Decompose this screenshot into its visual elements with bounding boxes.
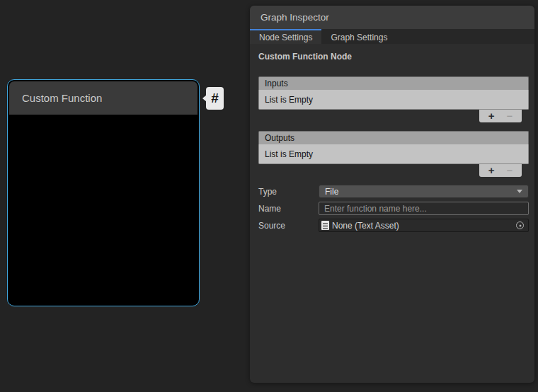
- inputs-add-button[interactable]: +: [486, 111, 498, 121]
- outputs-list: Outputs List is Empty + −: [258, 131, 529, 177]
- type-label: Type: [258, 187, 319, 197]
- object-picker-icon[interactable]: [516, 221, 524, 229]
- hash-icon: #: [211, 91, 219, 106]
- graph-inspector-panel: Graph Inspector Node Settings Graph Sett…: [250, 6, 534, 383]
- graph-canvas[interactable]: Custom Function # Graph Inspector Node S…: [0, 0, 538, 392]
- node-title-bar[interactable]: Custom Function: [9, 81, 198, 115]
- type-dropdown-value: File: [325, 187, 338, 197]
- section-title: Custom Function Node: [258, 52, 526, 62]
- inputs-list: Inputs List is Empty + −: [258, 76, 529, 122]
- source-label: Source: [258, 221, 319, 231]
- custom-function-node[interactable]: Custom Function: [7, 79, 200, 306]
- outputs-add-button[interactable]: +: [486, 166, 498, 175]
- function-name-input[interactable]: [319, 202, 529, 215]
- name-row: Name: [258, 202, 529, 215]
- node-title: Custom Function: [22, 92, 102, 104]
- type-row: Type File: [258, 185, 529, 198]
- outputs-list-footer: + −: [479, 164, 522, 177]
- source-object-field[interactable]: None (Text Asset): [319, 219, 529, 232]
- outputs-list-empty-row: List is Empty: [258, 144, 529, 164]
- outputs-remove-button[interactable]: −: [503, 166, 515, 175]
- inspector-tab-bar: Node Settings Graph Settings: [250, 29, 534, 44]
- source-row: Source None (Text Asset): [258, 219, 529, 232]
- inputs-list-empty-row: List is Empty: [258, 90, 529, 110]
- inputs-list-footer: + −: [479, 110, 522, 122]
- name-label: Name: [258, 204, 319, 214]
- chevron-down-icon: [517, 190, 522, 193]
- inputs-list-header: Inputs: [258, 76, 529, 90]
- inspector-title: Graph Inspector: [261, 12, 329, 23]
- outputs-list-header: Outputs: [258, 131, 529, 144]
- node-hash-badge[interactable]: #: [206, 87, 224, 110]
- tab-node-settings[interactable]: Node Settings: [250, 29, 321, 44]
- inputs-remove-button[interactable]: −: [503, 111, 515, 121]
- source-object-value: None (Text Asset): [332, 221, 399, 231]
- tab-graph-settings[interactable]: Graph Settings: [321, 29, 396, 44]
- inspector-title-bar[interactable]: Graph Inspector: [250, 6, 534, 29]
- type-dropdown[interactable]: File: [319, 185, 529, 198]
- text-asset-icon: [321, 221, 329, 230]
- node-settings-form: Type File Name Source None (Text Asset): [258, 185, 529, 232]
